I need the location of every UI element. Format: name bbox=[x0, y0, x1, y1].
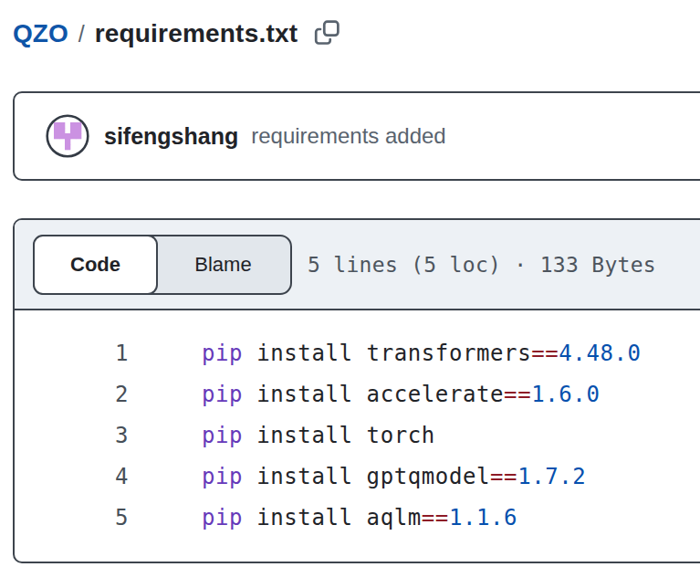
identicon-avatar[interactable] bbox=[46, 114, 89, 158]
tab-blame[interactable]: Blame bbox=[156, 236, 290, 293]
code-token-plain: install gptqmodel bbox=[243, 464, 490, 489]
code-line: 2pip install accelerate==1.6.0 bbox=[15, 373, 700, 415]
line-number[interactable]: 2 bbox=[15, 382, 129, 407]
breadcrumb: QZO / requirements.txt bbox=[13, 13, 700, 55]
line-number[interactable]: 3 bbox=[15, 423, 129, 448]
code-line: 3pip install torch bbox=[15, 415, 700, 456]
code-token-plain: install accelerate bbox=[243, 382, 504, 407]
code-token-number: 1.1.6 bbox=[449, 505, 517, 530]
breadcrumb-separator: / bbox=[78, 21, 85, 47]
code-token-number: 1.7.2 bbox=[517, 464, 586, 489]
copy-path-button[interactable] bbox=[313, 18, 341, 49]
copy-icon bbox=[313, 18, 341, 49]
code-token-operator: == bbox=[490, 464, 517, 489]
code-token-number: 1.6.0 bbox=[531, 382, 600, 407]
commit-message[interactable]: requirements added bbox=[251, 123, 445, 149]
code-token-plain: install transformers bbox=[243, 341, 531, 366]
line-number[interactable]: 1 bbox=[15, 341, 129, 366]
code-token-operator: == bbox=[531, 341, 559, 366]
tab-code[interactable]: Code bbox=[33, 235, 158, 295]
code-token-keyword: pip bbox=[202, 382, 243, 407]
breadcrumb-filename: requirements.txt bbox=[95, 19, 298, 48]
code-token-operator: == bbox=[422, 505, 449, 530]
commit-author[interactable]: sifengshang bbox=[104, 123, 238, 150]
code-blame-switcher: Code Blame bbox=[33, 235, 292, 295]
code-token-number: 4.48.0 bbox=[559, 341, 641, 366]
code-line-content: pip install torch bbox=[129, 423, 435, 448]
line-number[interactable]: 5 bbox=[15, 505, 129, 530]
code-token-keyword: pip bbox=[202, 423, 243, 448]
breadcrumb-repo-link[interactable]: QZO bbox=[13, 19, 68, 48]
latest-commit-card: sifengshang requirements added bbox=[13, 91, 700, 181]
code-line-content: pip install gptqmodel==1.7.2 bbox=[129, 464, 586, 489]
code-line: 1pip install transformers==4.48.0 bbox=[15, 332, 700, 373]
code-line-content: pip install transformers==4.48.0 bbox=[129, 341, 642, 366]
code-token-plain: install aqlm bbox=[243, 505, 422, 530]
code-token-keyword: pip bbox=[202, 464, 243, 489]
code-token-plain: install torch bbox=[243, 423, 435, 448]
file-header: Code Blame 5 lines (5 loc) · 133 Bytes bbox=[15, 220, 700, 310]
file-page: QZO / requirements.txt bbox=[0, 0, 700, 563]
code-line-content: pip install accelerate==1.6.0 bbox=[129, 382, 600, 407]
code-body: 1pip install transformers==4.48.02pip in… bbox=[15, 310, 700, 538]
code-token-keyword: pip bbox=[202, 341, 243, 366]
file-meta-info: 5 lines (5 loc) · 133 Bytes bbox=[308, 253, 656, 277]
code-line-content: pip install aqlm==1.1.6 bbox=[129, 505, 517, 530]
code-token-keyword: pip bbox=[202, 505, 243, 530]
line-number[interactable]: 4 bbox=[15, 464, 129, 489]
file-content-card: Code Blame 5 lines (5 loc) · 133 Bytes 1… bbox=[13, 218, 700, 563]
code-line: 4pip install gptqmodel==1.7.2 bbox=[15, 456, 700, 497]
code-line: 5pip install aqlm==1.1.6 bbox=[15, 497, 700, 538]
code-token-operator: == bbox=[504, 382, 531, 407]
